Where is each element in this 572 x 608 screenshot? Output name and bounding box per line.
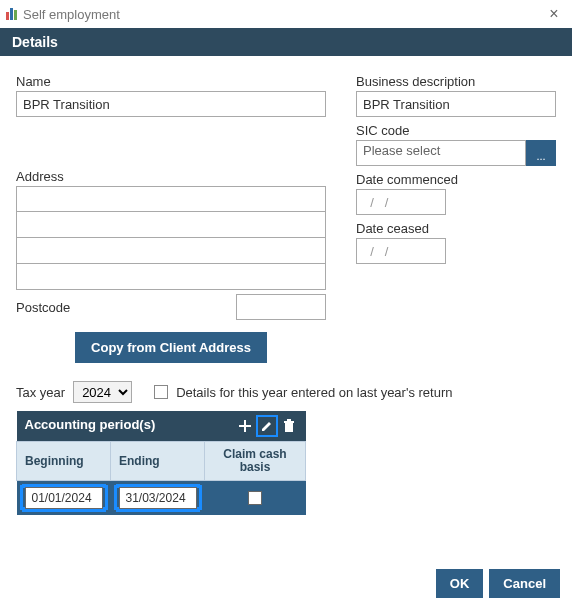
sic-code-select[interactable]: Please select xyxy=(356,140,526,166)
date-commenced-input[interactable] xyxy=(356,189,446,215)
edit-period-icon[interactable] xyxy=(258,417,276,435)
date-ceased-input[interactable] xyxy=(356,238,446,264)
claim-cash-basis-checkbox[interactable] xyxy=(248,491,262,505)
sic-code-label: SIC code xyxy=(356,123,556,138)
address-line-3[interactable] xyxy=(16,238,326,264)
col-ending: Ending xyxy=(111,442,205,481)
address-line-2[interactable] xyxy=(16,212,326,238)
app-logo-icon xyxy=(6,8,17,20)
copy-from-client-address-button[interactable]: Copy from Client Address xyxy=(75,332,267,363)
beginning-cell[interactable]: 01/01/2024 xyxy=(25,487,103,509)
address-line-1[interactable] xyxy=(16,186,326,212)
title-bar: Self employment × xyxy=(0,0,572,28)
col-beginning: Beginning xyxy=(17,442,111,481)
accounting-periods-table: Accounting period(s) Beginning Ending Cl… xyxy=(16,411,306,515)
col-claim-cash-basis: Claim cash basis xyxy=(205,442,306,481)
details-last-year-checkbox[interactable] xyxy=(154,385,168,399)
postcode-input[interactable] xyxy=(236,294,326,320)
cancel-button[interactable]: Cancel xyxy=(489,569,560,598)
window-title: Self employment xyxy=(23,7,542,22)
business-description-label: Business description xyxy=(356,74,556,89)
name-input[interactable] xyxy=(16,91,326,117)
accounting-periods-heading: Accounting period(s) xyxy=(25,417,156,432)
delete-period-icon[interactable] xyxy=(280,417,298,435)
tax-year-select[interactable]: 2024 xyxy=(73,381,132,403)
name-label: Name xyxy=(16,74,326,89)
business-description-input[interactable] xyxy=(356,91,556,117)
tax-year-label: Tax year xyxy=(16,385,65,400)
date-ceased-label: Date ceased xyxy=(356,221,556,236)
sic-code-browse-button[interactable]: ... xyxy=(526,140,556,166)
ending-cell[interactable]: 31/03/2024 xyxy=(119,487,197,509)
close-icon[interactable]: × xyxy=(542,5,566,23)
ok-button[interactable]: OK xyxy=(436,569,484,598)
add-period-icon[interactable] xyxy=(236,417,254,435)
address-label: Address xyxy=(16,169,326,184)
date-commenced-label: Date commenced xyxy=(356,172,556,187)
postcode-label: Postcode xyxy=(16,300,236,315)
details-last-year-label: Details for this year entered on last ye… xyxy=(176,385,452,400)
address-line-4[interactable] xyxy=(16,264,326,290)
details-heading: Details xyxy=(0,28,572,56)
table-row[interactable]: 01/01/2024 31/03/2024 xyxy=(17,481,306,516)
